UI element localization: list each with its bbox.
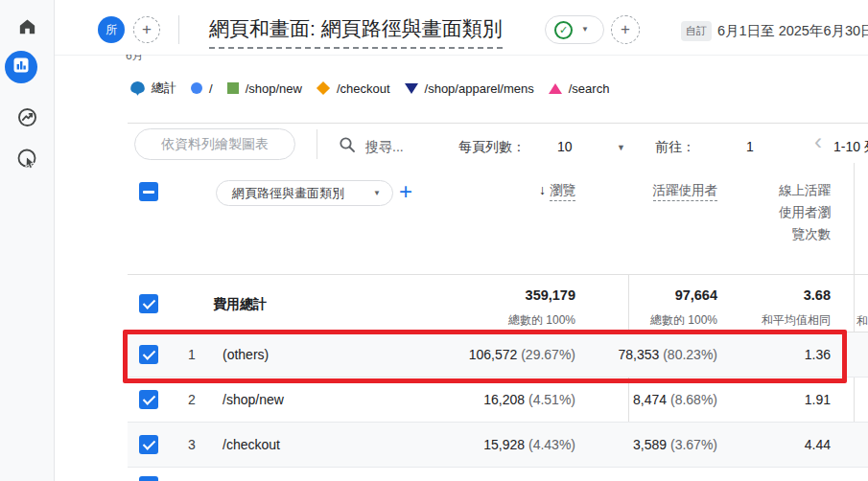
pagination-range: 1-10 列	[833, 139, 868, 156]
home-icon	[16, 15, 38, 41]
clipped-axis-label: 6月	[126, 55, 164, 63]
totals-label: 費用總計	[213, 296, 267, 313]
vpu-value: 1.36	[805, 347, 831, 362]
circle-marker-icon	[191, 82, 202, 94]
totals-views: 359,179	[526, 287, 575, 303]
views-pct: (4.43%)	[528, 437, 575, 452]
totals-marker-icon	[130, 81, 145, 96]
nav-home[interactable]	[0, 15, 55, 41]
rows-per-page-select[interactable]: 10	[557, 139, 573, 154]
nav-explore[interactable]	[0, 105, 55, 133]
vpu-value: 1.91	[805, 392, 831, 407]
vpu-value: 4.44	[805, 437, 831, 452]
triangle-down-marker-icon	[405, 83, 418, 94]
chevron-down-icon: ▼	[373, 190, 381, 197]
views-pct: (29.67%)	[521, 347, 575, 362]
row-checkbox[interactable]	[139, 476, 158, 481]
analytics-app: 所 + 網頁和畫面: 網頁路徑與畫面類別 ✓ ▼ + 自訂 6月1日至 2025…	[0, 0, 868, 481]
bar-chart-icon	[12, 56, 31, 79]
chevron-down-icon: ▼	[581, 26, 589, 34]
add-report-button[interactable]: +	[611, 15, 640, 44]
views-value: 15,928	[483, 437, 525, 452]
table-top-border	[128, 123, 868, 124]
report-status-dropdown[interactable]: ✓ ▼	[545, 15, 604, 44]
users-pct: (80.23%)	[663, 347, 717, 362]
header-divider	[178, 15, 179, 44]
users-pct: (3.67%)	[670, 437, 717, 452]
legend-item-shop-new: /shop/new	[227, 81, 302, 96]
plus-icon: +	[621, 20, 630, 39]
header-border	[55, 55, 868, 56]
users-value: 3,589	[633, 437, 667, 452]
legend-item-root: /	[191, 81, 213, 96]
totals-vpu-sub: 和平均值相同	[762, 312, 831, 329]
sort-desc-icon: ↓	[539, 182, 546, 197]
column-header-active-users[interactable]: 活躍使用者	[653, 182, 718, 199]
row-dimension: /shop/new	[223, 392, 284, 407]
table-row: 1 (others) 106,572 (29.67%) 78,353 (80.2…	[128, 332, 868, 378]
row-checkbox[interactable]	[139, 435, 158, 454]
cursor-target-icon	[15, 147, 40, 175]
rows-per-page-label: 每頁列數：	[458, 139, 526, 156]
goto-page-label: 前往：	[655, 139, 695, 156]
legend-item-search: /search	[549, 81, 610, 96]
row-index: 2	[188, 392, 196, 407]
nav-reports[interactable]	[5, 51, 37, 83]
prev-page-chevron-icon[interactable]: ‹	[814, 130, 822, 153]
totals-views-sub: 總數的 100%	[508, 312, 575, 329]
totals-vpu: 3.68	[804, 287, 831, 303]
select-all-checkbox[interactable]	[139, 182, 158, 201]
property-badge[interactable]: 所	[98, 16, 125, 43]
legend-item-apparel-mens: /shop/apparel/mens	[405, 81, 534, 96]
row-index: 1	[188, 347, 196, 362]
left-nav	[0, 0, 55, 481]
date-range-picker[interactable]: 6月1日至 2025年6月30日	[717, 22, 868, 40]
row-checkbox[interactable]	[139, 345, 158, 364]
users-pct: (8.68%)	[670, 392, 717, 407]
add-comparison-button[interactable]: +	[133, 16, 160, 43]
search-icon[interactable]	[339, 136, 356, 157]
table-row: 3 /checkout 15,928 (4.43%) 3,589 (3.67%)…	[128, 423, 868, 468]
users-value: 78,353	[618, 347, 659, 362]
column-header-views[interactable]: ↓瀏覽	[539, 182, 575, 199]
plus-icon: +	[142, 20, 152, 39]
triangle-up-marker-icon	[549, 83, 562, 94]
table-row-partial	[128, 468, 868, 481]
goto-page-input[interactable]: 1	[746, 139, 754, 154]
column-header-views-per-user[interactable]: 線上活躍使用者瀏覽次數	[775, 179, 831, 245]
chart-legend: 總計 / /shop/new /checkout /shop/apparel/m…	[130, 80, 609, 97]
nav-advertising[interactable]	[0, 147, 55, 175]
legend-item-total: 總計	[130, 80, 176, 97]
views-pct: (4.51%)	[528, 392, 575, 407]
header-row-border	[128, 274, 868, 275]
toolbar-divider	[317, 129, 317, 159]
square-marker-icon	[227, 82, 239, 94]
plot-rows-button[interactable]: 依資料列繪製圖表	[134, 128, 295, 160]
views-value: 106,572	[469, 347, 518, 362]
totals-checkbox[interactable]	[139, 294, 158, 313]
users-value: 8,474	[633, 392, 667, 407]
diamond-marker-icon	[317, 81, 330, 95]
search-input[interactable]: 搜尋...	[365, 139, 404, 156]
row-index: 3	[188, 437, 196, 452]
totals-users-sub: 總數的 100%	[650, 312, 717, 329]
status-ok-icon: ✓	[554, 21, 573, 39]
row-checkbox[interactable]	[139, 390, 158, 409]
views-value: 16,208	[483, 392, 525, 407]
rows-per-page-caret-icon[interactable]: ▼	[617, 144, 625, 152]
legend-item-checkout: /checkout	[317, 81, 390, 96]
add-dimension-button[interactable]: +	[399, 178, 412, 205]
page-title[interactable]: 網頁和畫面: 網頁路徑與畫面類別	[209, 15, 503, 49]
table-row: 2 /shop/new 16,208 (4.51%) 8,474 (8.68%)…	[128, 378, 868, 423]
totals-users: 97,664	[675, 287, 717, 303]
clipped-next-column-text: 和	[856, 313, 868, 330]
row-dimension: /checkout	[223, 437, 280, 452]
row-dimension: (others)	[223, 347, 269, 362]
dimension-selector[interactable]: 網頁路徑與畫面類別 ▼	[216, 180, 393, 206]
explore-icon	[15, 105, 39, 133]
custom-date-badge: 自訂	[681, 21, 712, 41]
